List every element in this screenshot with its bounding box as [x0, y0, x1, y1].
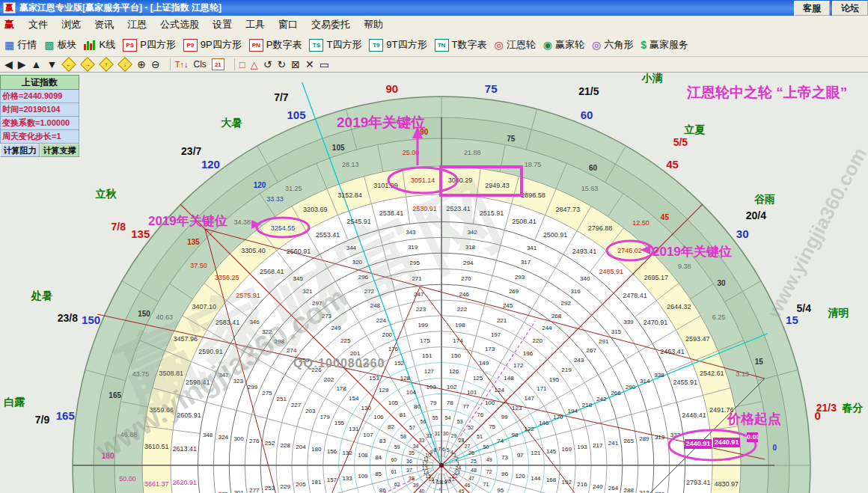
svg-text:2470.91: 2470.91: [644, 319, 668, 326]
toolbar-button-0[interactable]: ▦行情: [4, 38, 37, 52]
toolbar-button-8[interactable]: TNT数字表: [435, 38, 487, 52]
menu-item-7[interactable]: 窗口: [272, 16, 305, 34]
svg-text:123: 123: [512, 405, 522, 411]
toolbar-button-10[interactable]: ◉赢家轮: [543, 38, 584, 52]
svg-text:152: 152: [394, 360, 405, 367]
nav-up-icon[interactable]: ▲: [31, 58, 42, 70]
menu-item-9[interactable]: 帮助: [357, 16, 390, 34]
svg-text:299: 299: [248, 384, 258, 391]
9T四方形-icon: T9: [369, 39, 383, 52]
panel-row-2: 变换系数=1.00000: [0, 117, 79, 130]
menu-item-6[interactable]: 工具: [239, 16, 272, 34]
svg-text:120: 120: [515, 473, 525, 480]
menu-item-1[interactable]: 浏览: [55, 16, 88, 34]
svg-text:200: 200: [382, 331, 393, 338]
toolbar-button-11[interactable]: ◎六角形: [592, 38, 633, 52]
rotate-ccw-icon[interactable]: ↺: [263, 58, 272, 70]
titlebar-button-service[interactable]: 客服: [794, 1, 830, 16]
toolbar-button-7[interactable]: T99T四方形: [369, 38, 427, 52]
svg-text:171: 171: [537, 385, 547, 392]
toolbar-button-4[interactable]: P99P四方形: [183, 38, 242, 52]
svg-text:179: 179: [320, 414, 330, 420]
svg-text:2485.91: 2485.91: [599, 268, 624, 275]
svg-text:148: 148: [504, 375, 514, 382]
svg-text:3203.69: 3203.69: [303, 206, 328, 213]
svg-text:120: 120: [254, 181, 266, 189]
svg-text:242: 242: [596, 396, 607, 402]
updown-icon[interactable]: T↑↓: [175, 60, 189, 69]
calc-resistance-button[interactable]: 计算阻力: [0, 144, 40, 157]
svg-text:101: 101: [467, 389, 477, 396]
svg-text:75: 75: [485, 82, 498, 95]
svg-text:5/5: 5/5: [673, 136, 688, 148]
pan-up-diamond-icon[interactable]: ↑: [100, 59, 113, 70]
square-overlay-icon[interactable]: □: [239, 59, 245, 70]
menu-item-3[interactable]: 江恩: [120, 16, 153, 34]
pan-down-diamond-icon[interactable]: ↓: [118, 59, 132, 70]
svg-text:224: 224: [376, 317, 387, 324]
hexagon-icon: ◎: [592, 40, 601, 51]
svg-text:45: 45: [661, 213, 670, 221]
svg-text:15.63: 15.63: [581, 185, 599, 192]
svg-text:2746.02: 2746.02: [617, 247, 642, 254]
svg-text:150: 150: [82, 313, 100, 326]
svg-text:2847.73: 2847.73: [555, 206, 580, 213]
menu-item-2[interactable]: 资讯: [88, 16, 120, 34]
svg-text:28: 28: [459, 438, 465, 443]
svg-text:324: 324: [218, 434, 229, 441]
zoom-in-icon[interactable]: ⊕: [137, 58, 146, 70]
board-icon[interactable]: ▭: [320, 58, 329, 70]
panel-row-1: 时间=20190104: [0, 103, 79, 117]
svg-text:97: 97: [517, 452, 524, 459]
triangle-overlay-icon[interactable]: △: [251, 59, 258, 70]
menu-item-4[interactable]: 公式选股: [153, 16, 206, 34]
svg-text:34: 34: [413, 444, 419, 449]
winner-wheel-icon: ◉: [543, 40, 552, 51]
pan-right-diamond-icon[interactable]: →: [81, 59, 94, 70]
svg-text:339: 339: [623, 319, 634, 325]
pan-left-diamond-icon[interactable]: ←: [62, 59, 76, 70]
svg-text:290: 290: [626, 384, 636, 391]
zoom-out-icon[interactable]: ⊖: [151, 58, 160, 70]
titlebar-button-forum[interactable]: 论坛: [832, 1, 868, 16]
svg-text:20/4: 20/4: [746, 209, 766, 221]
toolbar-button-9[interactable]: ◎江恩轮: [494, 38, 535, 52]
toolbar-button-5[interactable]: PNP数字表: [249, 38, 302, 52]
toolbar-label-8: T数字表: [452, 38, 487, 52]
svg-text:46: 46: [465, 483, 471, 488]
svg-text:131: 131: [349, 426, 359, 432]
toolbar-button-3[interactable]: PSP四方形: [123, 38, 176, 52]
select-box-icon[interactable]: ⊠: [291, 58, 300, 70]
svg-text:83: 83: [379, 438, 386, 444]
svg-text:172: 172: [513, 362, 524, 369]
svg-text:2796.88: 2796.88: [588, 224, 613, 232]
cls-button[interactable]: Cls: [193, 59, 206, 70]
toolbar-label-4: 9P四方形: [201, 38, 242, 52]
rotate-cw-icon[interactable]: ↻: [277, 58, 286, 70]
menu-item-0[interactable]: 文件: [22, 16, 55, 34]
menu-item-8[interactable]: 交易委托: [305, 16, 357, 34]
nav-down-icon[interactable]: ▼: [46, 58, 57, 70]
svg-text:6.25: 6.25: [712, 313, 726, 321]
nav-left-icon[interactable]: ◀: [4, 58, 13, 70]
toolbar-button-2[interactable]: K线: [84, 38, 115, 52]
svg-text:18.75: 18.75: [525, 161, 542, 168]
calc-support-button[interactable]: 计算支撑: [40, 144, 79, 157]
calendar-icon[interactable]: 21: [212, 58, 224, 70]
price-origin-annotation: 价格起点: [727, 410, 781, 428]
menu-item-5[interactable]: 设置: [206, 16, 239, 34]
svg-text:288: 288: [624, 487, 635, 493]
toolbar-button-12[interactable]: $赢家服务: [641, 38, 688, 52]
svg-text:47: 47: [468, 476, 474, 481]
center-cross-icon[interactable]: ✕: [305, 58, 314, 70]
svg-text:251: 251: [277, 396, 287, 402]
svg-text:291: 291: [599, 338, 609, 345]
toolbar-button-1[interactable]: ▩板块: [44, 38, 76, 52]
nav-right-icon[interactable]: ▶: [18, 58, 26, 70]
svg-text:2448.41: 2448.41: [682, 411, 706, 419]
svg-text:54: 54: [445, 415, 451, 420]
title-bar: 赢 赢家江恩专业版[赢家服务平台] - [上证指数 江恩轮] 客服论坛: [0, 0, 868, 16]
svg-text:198: 198: [455, 322, 465, 328]
svg-text:340: 340: [580, 275, 590, 282]
toolbar-button-6[interactable]: TST四方形: [309, 38, 361, 52]
